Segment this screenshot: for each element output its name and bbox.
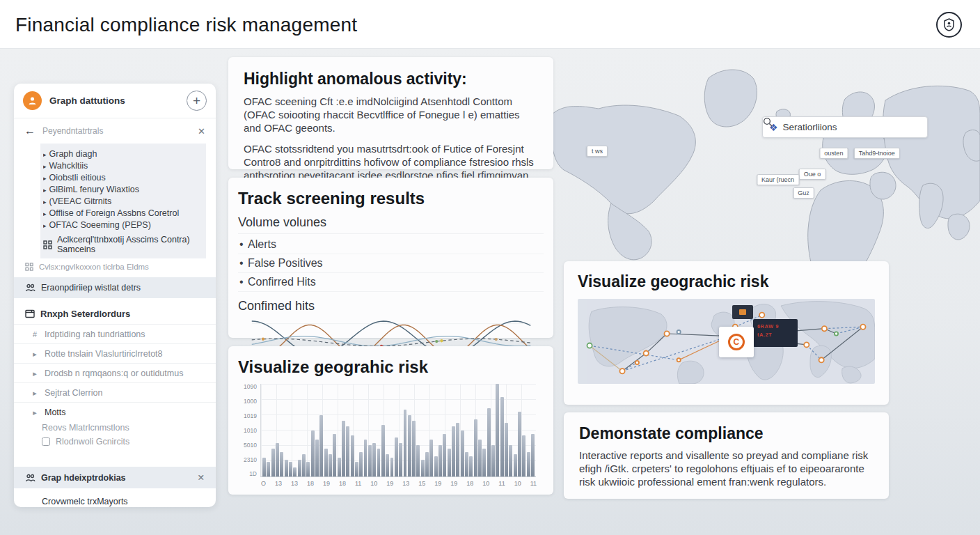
map-label-chip: ousten xyxy=(819,148,848,159)
bar xyxy=(285,460,288,476)
profile-button[interactable] xyxy=(936,12,962,38)
network-node[interactable] xyxy=(665,331,670,336)
sidebar-tree-item[interactable]: ▸GlBimL fenury Wiaxtios xyxy=(43,183,202,195)
network-node[interactable] xyxy=(619,369,624,373)
search-icon[interactable] xyxy=(763,117,773,127)
add-button[interactable]: + xyxy=(187,91,207,111)
caret-icon: ▸ xyxy=(43,210,47,217)
network-minimap: 6RAW 9 tA.2T C xyxy=(578,299,875,384)
card-track-screening: Track screening results Volume volunes A… xyxy=(228,178,553,338)
x-tick-label: 13 xyxy=(275,480,282,487)
y-tick-label: 1000 xyxy=(244,398,257,405)
y-tick-label: 2310 xyxy=(244,457,257,463)
volume-label: Volume volunes xyxy=(238,215,544,234)
bar xyxy=(514,454,517,476)
sidebar-tree-item[interactable]: ▸Offlise of Foreign Assbns Coretrol xyxy=(43,207,202,219)
bar xyxy=(496,384,499,476)
network-node[interactable] xyxy=(822,326,827,331)
sidebar-menu-item[interactable]: ▸Drodsb n rqmqaons:q or outidutmus xyxy=(14,363,216,382)
bar xyxy=(315,440,319,476)
bar xyxy=(333,434,336,476)
sidebar-menu-item[interactable]: ▸Motts xyxy=(14,402,216,421)
sidebar-bottom-item[interactable]: Crovwmelc trxMayorts xyxy=(42,494,205,507)
sidebar-item-selected[interactable]: Eraonpdiriiep wistlat detrs xyxy=(14,277,216,298)
back-arrow-icon[interactable]: ← xyxy=(24,125,35,137)
network-node[interactable] xyxy=(587,343,592,348)
sidebar-item-muted[interactable]: Cvlsx:ngvlkoxxon ticlrba Eldms xyxy=(14,258,216,274)
bar xyxy=(311,431,315,477)
sidebar-title: Graph dattutions xyxy=(49,95,179,106)
network-node[interactable] xyxy=(677,330,681,334)
caret-icon: ▸ xyxy=(43,187,47,194)
bar xyxy=(478,440,482,476)
sidebar-search-row: ← Peyendntatrtrals ✕ xyxy=(14,118,216,142)
network-node[interactable] xyxy=(819,357,824,362)
map-search-input[interactable] xyxy=(783,122,921,132)
bar xyxy=(531,434,535,476)
caret-icon: ▸ xyxy=(43,199,47,206)
map-search-bar[interactable]: ❖ xyxy=(762,116,928,138)
x-tick-label: 18 xyxy=(307,480,314,487)
caret-icon: ▸ xyxy=(43,151,47,158)
bar xyxy=(338,458,341,476)
checkbox-icon[interactable] xyxy=(42,437,50,446)
x-tick-label: 19 xyxy=(386,480,393,487)
bar xyxy=(355,462,358,476)
bar xyxy=(298,460,301,476)
graph-definitions-panel: Graph dattutions + ← Peyendntatrtrals ✕ … xyxy=(14,84,216,507)
sidebar-item-reporting[interactable]: # Irdptiding rah tundriattions xyxy=(14,324,216,343)
chevron-right-icon: ▸ xyxy=(31,389,39,398)
sidebar-bottom-selected[interactable]: Grap hdeixptrdokias ✕ xyxy=(14,467,216,488)
grid-icon xyxy=(25,263,33,271)
chevron-right-icon: ▸ xyxy=(31,350,39,359)
sidebar-menu-item[interactable]: ▸Rotte tnslain Vlaslurtiriclrretot8 xyxy=(14,343,216,363)
close-icon[interactable]: ✕ xyxy=(198,126,205,137)
bar xyxy=(368,445,372,476)
sidebar-tree-item[interactable]: ▸OFTAC Soeeming (PEPS) xyxy=(43,219,202,231)
bar xyxy=(412,421,416,476)
person-icon xyxy=(27,95,38,106)
bar xyxy=(465,452,468,476)
sidebar-item-label: Grap hdeixptrdokias xyxy=(41,473,192,483)
x-tick-label: 11 xyxy=(498,480,505,487)
sidebar-section-title[interactable]: Rnxph Seterdlordurs xyxy=(14,302,216,324)
avatar xyxy=(23,91,42,110)
bar xyxy=(346,426,349,476)
sidebar-tree-item[interactable]: ▸Graph diagh xyxy=(43,148,202,160)
sidebar-search-label[interactable]: Peyendntatrtrals xyxy=(42,126,191,136)
network-node[interactable] xyxy=(759,313,764,318)
card-title: Demonstate compliance xyxy=(579,424,874,443)
sidebar-item-sanctions[interactable]: Aclkcerql'ttnbxotij Asscims Contra) Samc… xyxy=(40,233,206,258)
sidebar-subitem[interactable]: Reovs Mlatrlcnmstlons xyxy=(14,421,216,435)
bar xyxy=(500,397,504,476)
bar xyxy=(386,454,389,476)
sidebar-tree-item[interactable]: ▸(VEEAC Gitrnits xyxy=(43,195,202,207)
tooltip-line: 6RAW 9 xyxy=(757,323,793,330)
sidebar-tree-item[interactable]: ▸Oiobstli eitious xyxy=(43,171,202,183)
network-edge xyxy=(622,353,646,371)
network-node[interactable] xyxy=(860,325,865,329)
sidebar-tree-item[interactable]: ▸Wahckltiis xyxy=(43,160,202,171)
bar xyxy=(425,452,429,476)
map-logo-card: C xyxy=(719,327,754,357)
sidebar-section-label: Rnxph Seterdlordurs xyxy=(40,309,130,319)
sidebar-checkbox-item[interactable]: Rlodnwoli Gcnircits xyxy=(14,435,216,449)
card-title: Highlight anomalous activity: xyxy=(244,70,538,88)
bar xyxy=(421,460,425,476)
network-node[interactable] xyxy=(644,350,649,355)
close-icon[interactable]: ✕ xyxy=(198,472,205,483)
network-node[interactable] xyxy=(835,332,838,335)
bar xyxy=(293,467,297,476)
network-node[interactable] xyxy=(677,358,681,362)
data-point xyxy=(262,338,264,341)
sidebar-menu-item[interactable]: ▸Sejtrat Clerrion xyxy=(14,382,216,402)
network-node[interactable] xyxy=(635,361,639,364)
network-node[interactable] xyxy=(804,342,809,347)
screening-bullet: False Positives xyxy=(238,254,544,273)
chart-label: Confimed hits xyxy=(238,299,544,313)
bar xyxy=(416,445,420,476)
bar xyxy=(491,445,495,476)
x-tick-label: 11 xyxy=(530,480,537,487)
sidebar-item-label: Oiobstli eitious xyxy=(49,173,106,183)
x-tick-label: 10 xyxy=(370,480,377,487)
